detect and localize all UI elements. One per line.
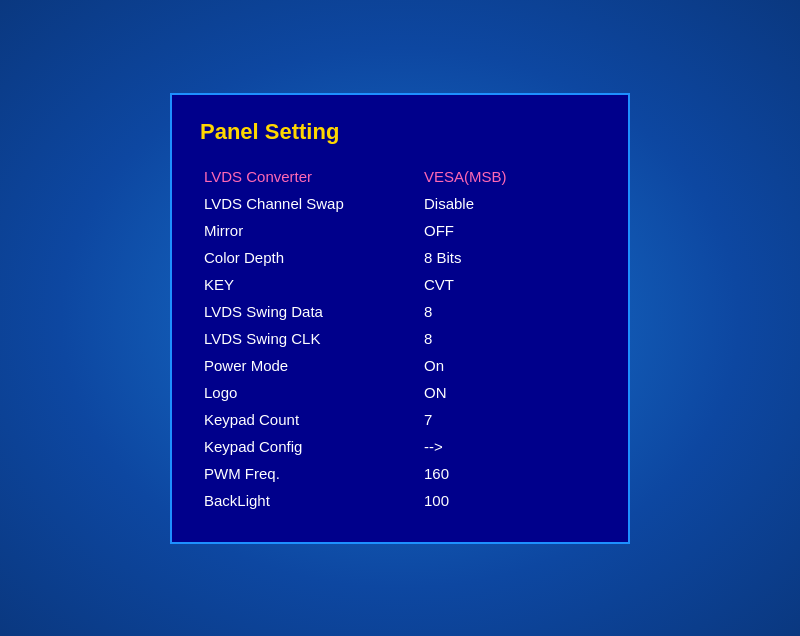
setting-value: ON bbox=[420, 379, 600, 406]
setting-label: LVDS Converter bbox=[200, 163, 420, 190]
table-row[interactable]: Color Depth8 Bits bbox=[200, 244, 600, 271]
setting-value: CVT bbox=[420, 271, 600, 298]
background: Panel Setting LVDS ConverterVESA(MSB)LVD… bbox=[0, 0, 800, 636]
setting-label: LVDS Swing CLK bbox=[200, 325, 420, 352]
setting-value: On bbox=[420, 352, 600, 379]
setting-value: 8 Bits bbox=[420, 244, 600, 271]
setting-label: Keypad Count bbox=[200, 406, 420, 433]
table-row[interactable]: Keypad Config--> bbox=[200, 433, 600, 460]
setting-value: --> bbox=[420, 433, 600, 460]
table-row[interactable]: LVDS ConverterVESA(MSB) bbox=[200, 163, 600, 190]
table-row[interactable]: MirrorOFF bbox=[200, 217, 600, 244]
setting-value: 7 bbox=[420, 406, 600, 433]
table-row[interactable]: BackLight100 bbox=[200, 487, 600, 514]
table-row[interactable]: Power ModeOn bbox=[200, 352, 600, 379]
panel-setting-box: Panel Setting LVDS ConverterVESA(MSB)LVD… bbox=[170, 93, 630, 544]
setting-label: Mirror bbox=[200, 217, 420, 244]
setting-label: BackLight bbox=[200, 487, 420, 514]
table-row[interactable]: KEYCVT bbox=[200, 271, 600, 298]
setting-label: LVDS Channel Swap bbox=[200, 190, 420, 217]
table-row[interactable]: LogoON bbox=[200, 379, 600, 406]
setting-value: 8 bbox=[420, 325, 600, 352]
table-row[interactable]: LVDS Swing CLK8 bbox=[200, 325, 600, 352]
setting-value: Disable bbox=[420, 190, 600, 217]
setting-label: KEY bbox=[200, 271, 420, 298]
setting-label: PWM Freq. bbox=[200, 460, 420, 487]
setting-value: 160 bbox=[420, 460, 600, 487]
setting-label: Logo bbox=[200, 379, 420, 406]
setting-label: Color Depth bbox=[200, 244, 420, 271]
setting-value: 100 bbox=[420, 487, 600, 514]
setting-value: 8 bbox=[420, 298, 600, 325]
settings-table: LVDS ConverterVESA(MSB)LVDS Channel Swap… bbox=[200, 163, 600, 514]
table-row[interactable]: LVDS Swing Data8 bbox=[200, 298, 600, 325]
setting-label: LVDS Swing Data bbox=[200, 298, 420, 325]
setting-value: VESA(MSB) bbox=[420, 163, 600, 190]
table-row[interactable]: PWM Freq.160 bbox=[200, 460, 600, 487]
setting-value: OFF bbox=[420, 217, 600, 244]
panel-title: Panel Setting bbox=[200, 119, 600, 145]
setting-label: Power Mode bbox=[200, 352, 420, 379]
table-row[interactable]: Keypad Count7 bbox=[200, 406, 600, 433]
setting-label: Keypad Config bbox=[200, 433, 420, 460]
table-row[interactable]: LVDS Channel SwapDisable bbox=[200, 190, 600, 217]
